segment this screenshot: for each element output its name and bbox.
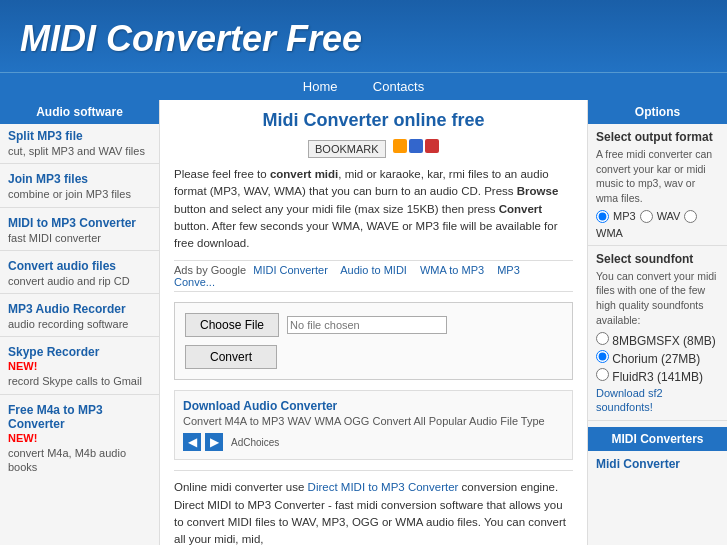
- format-radio-group: MP3 WAV WMA: [596, 210, 719, 239]
- midi-converters-header: MIDI Converters: [588, 427, 727, 451]
- ads-label: Ads by Google: [174, 264, 246, 276]
- ad-link[interactable]: Download Audio Converter: [183, 399, 337, 413]
- file-row: Choose File: [185, 313, 447, 337]
- content-title: Midi Converter online free: [174, 110, 573, 131]
- sidebar-link-m4a-mp3[interactable]: Free M4a to MP3 Converter: [8, 403, 151, 431]
- ad-prev-button[interactable]: ◀: [183, 433, 201, 451]
- sidebar-item-join-mp3: Join MP3 files combine or join MP3 files: [0, 167, 159, 203]
- format-label-mp3: MP3: [613, 210, 636, 222]
- sidebar-desc-convert-audio: convert audio and rip CD: [8, 274, 151, 288]
- sidebar-link-skype-recorder[interactable]: Skype Recorder: [8, 345, 151, 359]
- sidebar-item-m4a-mp3: Free M4a to MP3 Converter NEW! convert M…: [0, 398, 159, 477]
- sidebar-desc-skype-recorder: record Skype calls to Gmail: [8, 374, 151, 388]
- new-badge-m4a: NEW!: [8, 432, 37, 444]
- format-label-wma: WMA: [596, 227, 623, 239]
- soundfont-title: Select soundfont: [596, 252, 719, 266]
- options-header: Options: [588, 100, 727, 124]
- file-name-input[interactable]: [287, 316, 447, 334]
- sidebar-item-split-mp3: Split MP3 file cut, split MP3 and WAV fi…: [0, 124, 159, 160]
- file-upload-area: Choose File Convert: [174, 302, 573, 380]
- bottom-text-1: Online midi converter use: [174, 481, 308, 493]
- right-sidebar: Options Select output format A free midi…: [587, 100, 727, 545]
- new-badge-skype: NEW!: [8, 360, 37, 372]
- soundfont-label-chorium: Chorium (27MB): [612, 352, 700, 366]
- header: MIDI Converter Free: [0, 0, 727, 72]
- sidebar-desc-m4a-mp3: convert M4a, M4b audio books: [8, 446, 151, 475]
- sidebar-desc-midi-mp3: fast MIDI converter: [8, 231, 151, 245]
- sidebar-item-midi-mp3: MIDI to MP3 Converter fast MIDI converte…: [0, 211, 159, 247]
- soundfont-radio-fluidr3[interactable]: [596, 368, 609, 381]
- ads-link-3[interactable]: WMA to MP3: [420, 264, 484, 276]
- left-sidebar: Audio software Split MP3 file cut, split…: [0, 100, 160, 545]
- bookmark-icons: [393, 139, 439, 153]
- bookmark-icon-3: [425, 139, 439, 153]
- sidebar-link-split-mp3[interactable]: Split MP3 file: [8, 129, 151, 143]
- soundfont-radio-group: 8MBGMSFX (8MB) Chorium (27MB) FluidR3 (1…: [596, 332, 719, 384]
- soundfont-radio-chorium[interactable]: [596, 350, 609, 363]
- info-text: Please feel free to convert midi, mid or…: [174, 166, 573, 252]
- nav-home[interactable]: Home: [287, 75, 354, 98]
- format-radio-wma[interactable]: [684, 210, 697, 223]
- ad-nav: ◀ ▶ AdChoices: [183, 433, 564, 451]
- content-area: Midi Converter online free BOOKMARK Plea…: [160, 100, 587, 545]
- convert-button[interactable]: Convert: [185, 345, 277, 369]
- midi-converter-link[interactable]: Midi Converter: [596, 457, 719, 471]
- soundfont-desc: You can convert your midi files with one…: [596, 269, 719, 328]
- format-label-wav: WAV: [657, 210, 681, 222]
- sidebar-item-mp3-recorder: MP3 Audio Recorder audio recording softw…: [0, 297, 159, 333]
- sidebar-link-convert-audio[interactable]: Convert audio files: [8, 259, 151, 273]
- sidebar-desc-join-mp3: combine or join MP3 files: [8, 187, 151, 201]
- bookmark-icon-1: [393, 139, 407, 153]
- sidebar-link-midi-mp3[interactable]: MIDI to MP3 Converter: [8, 216, 151, 230]
- sidebar-link-join-mp3[interactable]: Join MP3 files: [8, 172, 151, 186]
- soundfont-label-fluidr3: FluidR3 (141MB): [612, 370, 703, 384]
- ads-link-2[interactable]: Audio to MIDI: [340, 264, 407, 276]
- bookmark-bar: BOOKMARK: [174, 139, 573, 158]
- sidebar-item-skype-recorder: Skype Recorder NEW! record Skype calls t…: [0, 340, 159, 390]
- sidebar-link-mp3-recorder[interactable]: MP3 Audio Recorder: [8, 302, 151, 316]
- ad-choices: AdChoices: [231, 437, 279, 448]
- site-title: MIDI Converter Free: [20, 18, 707, 60]
- format-radio-wav[interactable]: [640, 210, 653, 223]
- ad-block: Download Audio Converter Convert M4A to …: [174, 390, 573, 460]
- ads-link-1[interactable]: MIDI Converter: [253, 264, 328, 276]
- main-container: Audio software Split MP3 file cut, split…: [0, 100, 727, 545]
- bookmark-button[interactable]: BOOKMARK: [308, 140, 386, 158]
- format-radio-mp3[interactable]: [596, 210, 609, 223]
- soundfont-section: Select soundfont You can convert your mi…: [588, 246, 727, 421]
- ad-desc: Convert M4A to MP3 WAV WMA OGG Convert A…: [183, 415, 564, 427]
- bottom-text: Online midi converter use Direct MIDI to…: [174, 470, 573, 545]
- output-format-desc: A free midi converter can convert your k…: [596, 147, 719, 206]
- ad-next-button[interactable]: ▶: [205, 433, 223, 451]
- soundfont-radio-8mb[interactable]: [596, 332, 609, 345]
- sidebar-item-convert-audio: Convert audio files convert audio and ri…: [0, 254, 159, 290]
- nav-bar: Home Contacts: [0, 72, 727, 100]
- output-format-section: Select output format A free midi convert…: [588, 124, 727, 246]
- bottom-link-1[interactable]: Direct MIDI to MP3 Converter: [308, 481, 459, 493]
- soundfont-label-8mb: 8MBGMSFX (8MB): [612, 334, 715, 348]
- output-format-title: Select output format: [596, 130, 719, 144]
- download-sf2-link[interactable]: Download sf2 soundfonts!: [596, 387, 663, 413]
- sidebar-desc-mp3-recorder: audio recording software: [8, 317, 151, 331]
- sidebar-header: Audio software: [0, 100, 159, 124]
- nav-contacts[interactable]: Contacts: [357, 75, 440, 98]
- ads-bar: Ads by Google MIDI Converter Audio to MI…: [174, 260, 573, 292]
- choose-file-button[interactable]: Choose File: [185, 313, 279, 337]
- midi-converters-section: Midi Converter: [588, 451, 727, 477]
- bookmark-icon-2: [409, 139, 423, 153]
- sidebar-desc-split-mp3: cut, split MP3 and WAV files: [8, 144, 151, 158]
